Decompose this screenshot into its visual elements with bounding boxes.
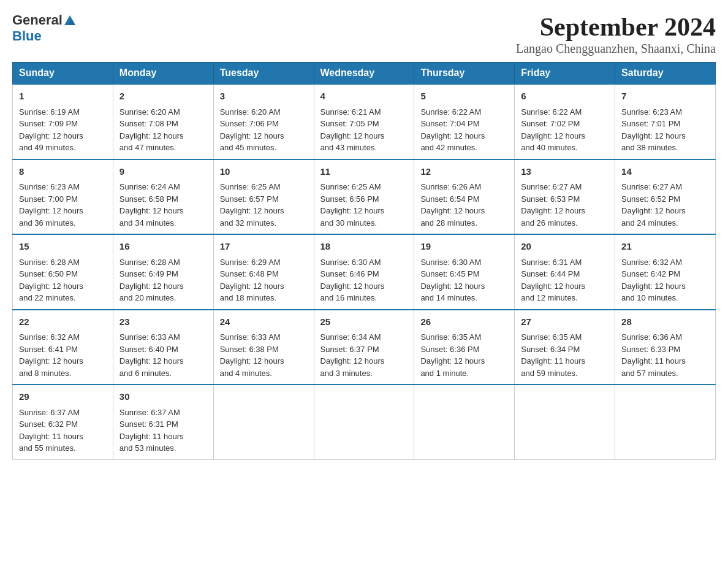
calendar-cell: 18 Sunrise: 6:30 AMSunset: 6:46 PMDaylig… [314,234,414,310]
calendar-week-row: 15 Sunrise: 6:28 AMSunset: 6:50 PMDaylig… [13,234,716,310]
day-number: 16 [119,240,207,254]
day-number: 19 [420,240,508,254]
calendar-cell: 22 Sunrise: 6:32 AMSunset: 6:41 PMDaylig… [13,310,113,385]
day-info: Sunrise: 6:27 AMSunset: 6:53 PMDaylight:… [521,182,585,228]
day-number: 15 [19,240,107,254]
page-header: General Blue September 2024 Langao Cheng… [12,12,716,56]
calendar-week-row: 29 Sunrise: 6:37 AMSunset: 6:32 PMDaylig… [13,385,716,459]
day-info: Sunrise: 6:25 AMSunset: 6:56 PMDaylight:… [320,182,385,228]
header-wednesday: Wednesday [314,63,414,85]
calendar-cell: 23 Sunrise: 6:33 AMSunset: 6:40 PMDaylig… [113,310,213,385]
day-number: 9 [119,165,207,179]
header-sunday: Sunday [13,63,113,85]
day-info: Sunrise: 6:30 AMSunset: 6:46 PMDaylight:… [320,258,385,303]
calendar-cell: 13 Sunrise: 6:27 AMSunset: 6:53 PMDaylig… [515,159,615,235]
calendar-cell: 17 Sunrise: 6:29 AMSunset: 6:48 PMDaylig… [213,234,314,310]
day-info: Sunrise: 6:31 AMSunset: 6:44 PMDaylight:… [521,258,585,303]
calendar-cell: 10 Sunrise: 6:25 AMSunset: 6:57 PMDaylig… [213,159,314,235]
calendar-cell: 30 Sunrise: 6:37 AMSunset: 6:31 PMDaylig… [113,385,213,459]
day-number: 7 [621,90,709,104]
logo-general: General [12,12,63,28]
calendar-cell: 9 Sunrise: 6:24 AMSunset: 6:58 PMDayligh… [113,159,213,235]
day-info: Sunrise: 6:32 AMSunset: 6:41 PMDaylight:… [19,332,83,378]
calendar-cell: 16 Sunrise: 6:28 AMSunset: 6:49 PMDaylig… [113,234,213,310]
calendar-cell: 12 Sunrise: 6:26 AMSunset: 6:54 PMDaylig… [414,159,515,235]
calendar-cell: 5 Sunrise: 6:22 AMSunset: 7:04 PMDayligh… [414,84,515,159]
calendar-cell: 1 Sunrise: 6:19 AMSunset: 7:09 PMDayligh… [13,84,113,159]
day-info: Sunrise: 6:30 AMSunset: 6:45 PMDaylight:… [420,258,485,303]
day-number: 6 [521,90,609,104]
location-subtitle: Langao Chengguanzhen, Shaanxi, China [516,42,716,56]
logo-icon [63,14,77,28]
day-info: Sunrise: 6:24 AMSunset: 6:58 PMDaylight:… [119,182,184,228]
calendar-cell: 21 Sunrise: 6:32 AMSunset: 6:42 PMDaylig… [615,234,716,310]
day-info: Sunrise: 6:23 AMSunset: 7:00 PMDaylight:… [19,182,83,228]
title-block: September 2024 Langao Chengguanzhen, Sha… [516,12,716,56]
day-info: Sunrise: 6:35 AMSunset: 6:36 PMDaylight:… [420,332,485,378]
day-number: 28 [621,315,709,329]
day-number: 5 [420,90,508,104]
header-friday: Friday [515,63,615,85]
calendar-cell: 27 Sunrise: 6:35 AMSunset: 6:34 PMDaylig… [515,310,615,385]
calendar-week-row: 8 Sunrise: 6:23 AMSunset: 7:00 PMDayligh… [13,159,716,235]
calendar-cell: 25 Sunrise: 6:34 AMSunset: 6:37 PMDaylig… [314,310,414,385]
calendar-cell [615,385,716,459]
calendar-cell: 29 Sunrise: 6:37 AMSunset: 6:32 PMDaylig… [13,385,113,459]
day-number: 4 [320,90,408,104]
day-number: 27 [521,315,609,329]
day-number: 3 [220,90,308,104]
header-tuesday: Tuesday [213,63,314,85]
header-monday: Monday [113,63,213,85]
day-info: Sunrise: 6:28 AMSunset: 6:50 PMDaylight:… [19,258,83,303]
day-info: Sunrise: 6:37 AMSunset: 6:31 PMDaylight:… [119,408,184,453]
logo-text: General Blue [12,12,77,44]
day-number: 17 [220,240,308,254]
day-info: Sunrise: 6:20 AMSunset: 7:08 PMDaylight:… [119,107,184,153]
day-info: Sunrise: 6:21 AMSunset: 7:05 PMDaylight:… [320,107,385,153]
calendar-week-row: 1 Sunrise: 6:19 AMSunset: 7:09 PMDayligh… [13,84,716,159]
calendar-cell: 15 Sunrise: 6:28 AMSunset: 6:50 PMDaylig… [13,234,113,310]
day-number: 2 [119,90,207,104]
day-info: Sunrise: 6:34 AMSunset: 6:37 PMDaylight:… [320,332,385,378]
calendar-cell [414,385,515,459]
day-number: 12 [420,165,508,179]
day-info: Sunrise: 6:27 AMSunset: 6:52 PMDaylight:… [621,182,686,228]
calendar-cell: 20 Sunrise: 6:31 AMSunset: 6:44 PMDaylig… [515,234,615,310]
calendar-cell: 6 Sunrise: 6:22 AMSunset: 7:02 PMDayligh… [515,84,615,159]
day-info: Sunrise: 6:36 AMSunset: 6:33 PMDaylight:… [621,332,686,378]
calendar-cell [314,385,414,459]
day-number: 10 [220,165,308,179]
day-number: 13 [521,165,609,179]
day-number: 24 [220,315,308,329]
day-info: Sunrise: 6:22 AMSunset: 7:04 PMDaylight:… [420,107,485,153]
calendar-cell [213,385,314,459]
calendar-cell: 28 Sunrise: 6:36 AMSunset: 6:33 PMDaylig… [615,310,716,385]
day-info: Sunrise: 6:29 AMSunset: 6:48 PMDaylight:… [220,258,284,303]
calendar-cell: 26 Sunrise: 6:35 AMSunset: 6:36 PMDaylig… [414,310,515,385]
calendar-cell: 8 Sunrise: 6:23 AMSunset: 7:00 PMDayligh… [13,159,113,235]
day-info: Sunrise: 6:22 AMSunset: 7:02 PMDaylight:… [521,107,585,153]
day-info: Sunrise: 6:28 AMSunset: 6:49 PMDaylight:… [119,258,184,303]
calendar-title: September 2024 [516,12,716,42]
day-number: 14 [621,165,709,179]
day-number: 1 [19,90,107,104]
day-info: Sunrise: 6:26 AMSunset: 6:54 PMDaylight:… [420,182,485,228]
calendar-week-row: 22 Sunrise: 6:32 AMSunset: 6:41 PMDaylig… [13,310,716,385]
day-number: 25 [320,315,408,329]
calendar-cell: 24 Sunrise: 6:33 AMSunset: 6:38 PMDaylig… [213,310,314,385]
calendar-cell: 14 Sunrise: 6:27 AMSunset: 6:52 PMDaylig… [615,159,716,235]
header-thursday: Thursday [414,63,515,85]
day-info: Sunrise: 6:37 AMSunset: 6:32 PMDaylight:… [19,408,83,453]
logo-blue: Blue [12,28,42,44]
day-info: Sunrise: 6:20 AMSunset: 7:06 PMDaylight:… [220,107,284,153]
logo: General Blue [12,12,77,44]
day-info: Sunrise: 6:32 AMSunset: 6:42 PMDaylight:… [621,258,686,303]
calendar-cell: 2 Sunrise: 6:20 AMSunset: 7:08 PMDayligh… [113,84,213,159]
day-number: 18 [320,240,408,254]
calendar-cell: 19 Sunrise: 6:30 AMSunset: 6:45 PMDaylig… [414,234,515,310]
day-info: Sunrise: 6:35 AMSunset: 6:34 PMDaylight:… [521,332,585,378]
calendar-cell: 11 Sunrise: 6:25 AMSunset: 6:56 PMDaylig… [314,159,414,235]
day-number: 29 [19,390,107,404]
day-info: Sunrise: 6:19 AMSunset: 7:09 PMDaylight:… [19,107,83,153]
header-saturday: Saturday [615,63,716,85]
